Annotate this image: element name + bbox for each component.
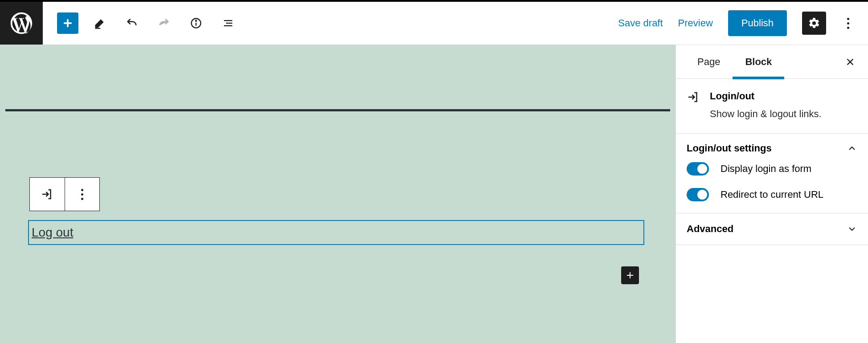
settings-button[interactable] (802, 12, 826, 35)
block-title: Login/out (710, 90, 822, 102)
edit-tool-button[interactable] (89, 12, 111, 34)
right-toolbar: Save draft Preview Publish (618, 10, 868, 36)
info-button[interactable] (185, 12, 207, 34)
block-more-button[interactable] (65, 178, 99, 211)
block-type-button[interactable] (30, 178, 65, 211)
block-info-panel: Login/out Show login & logout links. (676, 79, 868, 134)
redo-button[interactable] (153, 12, 175, 34)
kebab-icon (847, 18, 849, 29)
chevron-down-icon (847, 224, 857, 234)
tab-block[interactable]: Block (733, 45, 784, 79)
add-block-button[interactable] (57, 12, 78, 34)
left-toolbar (43, 12, 239, 34)
advanced-panel: Advanced (676, 213, 868, 245)
plus-icon (625, 270, 635, 281)
more-options-button[interactable] (841, 12, 855, 34)
preview-button[interactable]: Preview (678, 17, 713, 29)
block-floating-toolbar (29, 177, 100, 211)
save-draft-button[interactable]: Save draft (618, 17, 663, 29)
settings-panel: Login/out settings Display login as form… (676, 134, 868, 213)
chevron-up-icon (847, 143, 857, 154)
gear-icon (808, 17, 820, 29)
settings-sidebar: Page Block Login/out Show login & logout… (676, 45, 868, 343)
kebab-icon (81, 189, 83, 200)
outline-button[interactable] (217, 12, 239, 34)
toggle-label: Display login as form (721, 163, 811, 175)
login-icon (41, 188, 54, 201)
redo-icon (158, 17, 170, 29)
logout-link[interactable]: Log out (32, 225, 73, 240)
block-description: Show login & logout links. (710, 108, 822, 120)
plus-icon (61, 17, 74, 29)
toggle-display-login-form: Display login as form (687, 162, 857, 176)
panel-title: Login/out settings (687, 143, 772, 154)
toggle-switch[interactable] (687, 188, 709, 201)
publish-button[interactable]: Publish (728, 10, 787, 36)
toggle-label: Redirect to current URL (721, 189, 823, 200)
pencil-icon (94, 17, 106, 29)
list-icon (222, 17, 234, 29)
toggle-redirect-current-url: Redirect to current URL (687, 188, 857, 201)
advanced-panel-toggle[interactable]: Advanced (676, 213, 868, 245)
wordpress-logo[interactable] (0, 2, 43, 45)
login-icon (687, 90, 700, 104)
tab-page[interactable]: Page (685, 45, 733, 79)
undo-button[interactable] (121, 12, 143, 34)
panel-title: Advanced (687, 223, 733, 235)
editor-canvas[interactable]: Log out (0, 45, 676, 343)
toggle-switch[interactable] (687, 162, 709, 176)
close-icon (845, 57, 855, 67)
separator-block (5, 109, 670, 111)
loginout-block[interactable]: Log out (28, 220, 644, 245)
undo-icon (126, 17, 138, 29)
info-icon (190, 17, 202, 29)
editor-topbar: Save draft Preview Publish (0, 2, 868, 45)
settings-panel-toggle[interactable]: Login/out settings (676, 134, 868, 159)
add-block-inline-button[interactable] (621, 266, 639, 284)
close-sidebar-button[interactable] (841, 53, 859, 71)
svg-point-2 (196, 20, 197, 21)
sidebar-tabs: Page Block (676, 45, 868, 79)
wordpress-icon (8, 10, 34, 36)
